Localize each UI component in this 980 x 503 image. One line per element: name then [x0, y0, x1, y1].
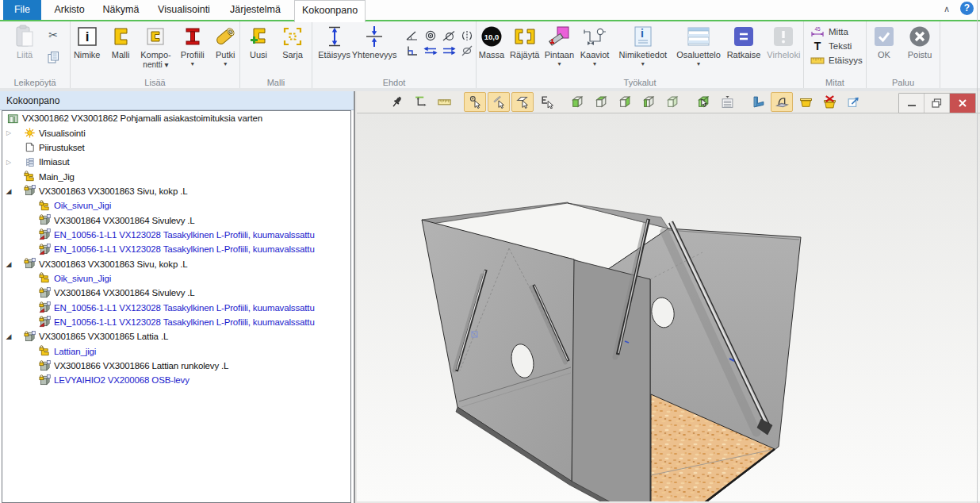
tree-icon-asm	[39, 287, 51, 299]
close-icon	[958, 98, 967, 108]
kaaviot-label: Kaaviot	[580, 50, 610, 60]
tree-item[interactable]: VX3001864 VX3001864 Sivulevy .L	[2, 286, 350, 300]
suppress-condition-icon[interactable]	[458, 44, 476, 57]
osaluettelo-button[interactable]: Osaluettelo ▾	[674, 23, 724, 67]
view-left[interactable]	[637, 92, 660, 112]
profiili-button[interactable]: Profiili ▾	[177, 23, 208, 67]
malli-button[interactable]: Malli	[106, 23, 134, 60]
virheloki-button[interactable]: Virheloki	[764, 23, 803, 60]
paste-button[interactable]: Liitä	[8, 23, 41, 60]
mitta-button[interactable]: 45 Mitta	[804, 25, 866, 39]
kaaviot-button[interactable]: Kaaviot ▾	[577, 23, 612, 67]
tree-item[interactable]: VX3001864 VX3001864 Sivulevy .L	[2, 213, 350, 227]
minimize-button[interactable]	[899, 94, 924, 113]
cut-button[interactable]: ✂	[44, 26, 62, 44]
view-isometric[interactable]	[661, 92, 683, 112]
snap-line-tool[interactable]	[488, 92, 510, 112]
rajayta-button[interactable]: Räjäytä	[508, 23, 542, 60]
nimike-button[interactable]: i Nimike	[71, 23, 103, 60]
snap-point-tool[interactable]	[464, 92, 486, 112]
tree-item[interactable]: Main_Jig	[2, 169, 350, 183]
tree-item[interactable]: LEVYAIHIO2 VX200068 OSB-levy	[2, 373, 350, 387]
massa-button[interactable]: 10,0 Massa	[477, 23, 507, 60]
pan-view-tool[interactable]	[409, 92, 431, 112]
assembly-tree[interactable]: VX3001862 VX3001862 Pohjamalli asiakasto…	[2, 110, 351, 503]
nimiketiedot-button[interactable]: i Nimiketiedot ▾	[614, 23, 672, 67]
tree-item[interactable]: EN_10056-1-L1 VX123028 Tasakylkinen L-Pr…	[2, 300, 350, 314]
tab-file[interactable]: File	[3, 0, 41, 20]
sarja-button[interactable]: Sarja	[278, 23, 308, 60]
select-visible-tool[interactable]	[692, 92, 714, 112]
ruler-icon	[438, 95, 451, 109]
etaisyys-mitat-button[interactable]: Etäisyys	[804, 53, 866, 67]
perpendicular-condition-icon[interactable]	[404, 44, 421, 57]
help-icon[interactable]: ?	[960, 2, 974, 15]
tree-item[interactable]: ▷Visualisointi	[2, 125, 350, 140]
pin-tool[interactable]	[385, 92, 408, 112]
tree-item[interactable]: ◢VX3001865 VX3001865 Lattia .L	[2, 329, 350, 344]
tree-icon-jig	[24, 171, 36, 182]
section-plane-tool[interactable]	[771, 92, 793, 112]
tree-item[interactable]: Lattian_jigi	[2, 344, 350, 359]
tree-item[interactable]: Oik_sivun_Jigi	[2, 271, 350, 286]
tree-expander-icon[interactable]: ◢	[4, 187, 13, 195]
basket-tool[interactable]	[794, 92, 817, 112]
equal-distance-condition-icon[interactable]	[422, 44, 439, 57]
tab-kokoonpano[interactable]: Kokoonpano	[294, 0, 366, 22]
tree-expander-icon[interactable]: ◢	[4, 260, 13, 268]
putki-button[interactable]: Putki ▾	[212, 23, 239, 67]
tree-expander-icon[interactable]: ▷	[4, 129, 13, 136]
komponentti-button[interactable]: Kompo- nentti ▾	[138, 23, 174, 69]
concentric-condition-icon[interactable]	[422, 29, 439, 42]
model-canvas[interactable]	[357, 113, 980, 501]
profiili-label: Profiili	[181, 50, 205, 60]
poistu-button[interactable]: Poistu	[904, 23, 936, 60]
view-front[interactable]	[566, 92, 588, 112]
teksti-button[interactable]: T Teksti	[804, 39, 866, 53]
tree-item[interactable]: EN_10056-1-L1 VX123028 Tasakylkinen L-Pr…	[2, 228, 350, 242]
angle-condition-icon[interactable]	[404, 29, 421, 42]
snap-face-tool[interactable]	[511, 92, 534, 112]
tab-jarjestelma[interactable]: Järjestelmä	[227, 0, 284, 20]
tree-item[interactable]: VX3001862 VX3001862 Pohjamalli asiakasto…	[2, 111, 350, 125]
tree-item[interactable]: VX3001866 VX3001866 Lattian runkolevy .L	[2, 359, 350, 373]
3d-model[interactable]	[357, 113, 980, 501]
tree-item[interactable]: ▷Ilmiasut	[2, 155, 350, 169]
svg-text:i: i	[85, 29, 89, 44]
tab-arkisto[interactable]: Arkisto	[48, 0, 91, 20]
view-right[interactable]	[614, 92, 636, 112]
parallel-condition-icon[interactable]	[440, 44, 457, 57]
tab-visualisointi[interactable]: Visualisointi	[155, 0, 212, 20]
tree-item[interactable]: ◢VX3001863 VX3001863 Sivu, kokp .L	[2, 184, 350, 198]
symmetry-condition-icon[interactable]	[458, 29, 476, 42]
tree-expander-icon[interactable]: ▷	[4, 159, 13, 166]
close-button[interactable]	[950, 94, 975, 113]
yhtenevyys-button[interactable]: Yhtenevyys	[351, 23, 397, 60]
etaisyys-button[interactable]: Etäisyys	[317, 23, 351, 60]
tree-item[interactable]: EN_10056-1-L1 VX123028 Tasakylkinen L-Pr…	[2, 315, 350, 329]
pintaan-button[interactable]: Pintaan ▾	[543, 23, 576, 67]
tree-item[interactable]: ◢VX3001863 VX3001863 Sivu, kokp .L	[2, 256, 350, 271]
tree-item[interactable]: Piirustukset	[2, 140, 350, 155]
copy-button[interactable]	[44, 48, 62, 66]
tangent-condition-icon[interactable]	[440, 29, 457, 42]
measure-tool[interactable]	[433, 92, 455, 112]
uusi-button[interactable]: Uusi	[244, 23, 273, 60]
ratkaise-button[interactable]: Ratkaise	[725, 23, 762, 60]
nimiketiedot-icon: i	[633, 23, 653, 50]
ok-button[interactable]: OK	[871, 23, 898, 60]
profile-display-tool[interactable]	[747, 92, 769, 112]
representation-list-tool[interactable]	[716, 92, 738, 112]
restore-button[interactable]	[924, 94, 950, 113]
export-view-tool[interactable]	[842, 92, 864, 112]
view-top[interactable]	[590, 92, 612, 112]
clear-basket-tool[interactable]	[818, 92, 840, 112]
yhtenevyys-icon	[363, 23, 385, 50]
tree-item[interactable]: EN_10056-1-L1 VX123028 Tasakylkinen L-Pr…	[2, 242, 350, 256]
middle-partition-panel[interactable]	[572, 259, 650, 501]
select-profile-tool[interactable]	[535, 92, 557, 112]
tree-item[interactable]: Oik_sivun_Jigi	[2, 198, 350, 213]
tab-nakyma[interactable]: Näkymä	[98, 0, 144, 20]
tree-expander-icon[interactable]: ◢	[4, 332, 13, 340]
collapse-ribbon-icon[interactable]: ∧	[940, 3, 953, 16]
